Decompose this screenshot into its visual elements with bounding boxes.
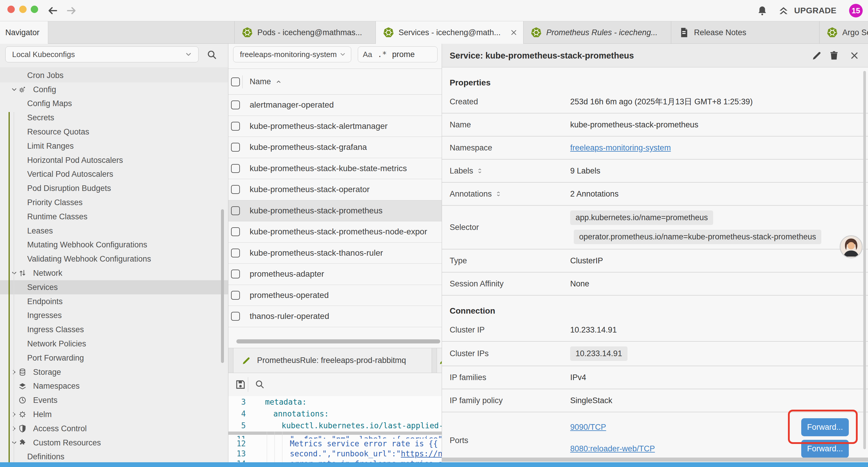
row-checkbox[interactable] xyxy=(231,100,240,109)
regex-toggle[interactable]: .* xyxy=(378,50,387,59)
sidebar-item-runtime-classes[interactable]: Runtime Classes xyxy=(0,209,228,224)
forward-button[interactable]: Forward... xyxy=(801,418,849,436)
sidebar-item-custom-resources[interactable]: Custom Resources xyxy=(0,436,228,450)
resource-search-input[interactable] xyxy=(392,50,430,59)
sidebar-item-resource-quotas[interactable]: Resource Quotas xyxy=(0,125,228,139)
notifications-bell-icon[interactable] xyxy=(756,5,768,16)
port-link[interactable]: 9090/TCP xyxy=(570,423,606,432)
traffic-light-minimize[interactable] xyxy=(19,6,27,13)
kubeconfig-select[interactable]: Local Kubeconfigs xyxy=(5,47,198,62)
table-hscrollbar[interactable] xyxy=(236,339,440,344)
sidebar-item-cron-jobs[interactable]: Cron Jobs xyxy=(0,68,228,83)
tab-prometheus[interactable]: Prometheus Rules - icecheng... xyxy=(523,21,671,44)
row-checkbox[interactable] xyxy=(231,185,240,194)
sidebar-item-network[interactable]: Network xyxy=(0,266,228,280)
sidebar-scrollbar[interactable] xyxy=(221,209,224,363)
table-row[interactable]: kube-prometheus-stack-prometheus xyxy=(228,200,442,222)
sidebar-item-storage[interactable]: Storage xyxy=(0,365,228,379)
port-link[interactable]: 8080:reloader-web/TCP xyxy=(570,444,655,454)
row-checkbox[interactable] xyxy=(231,312,240,321)
sidebar-item-port-forwarding[interactable]: Port Forwarding xyxy=(0,351,228,365)
editor-tab-next-sliver[interactable] xyxy=(437,348,442,373)
sidebar-item-network-policies[interactable]: Network Policies xyxy=(0,337,228,351)
tab-services[interactable]: Services - icecheng@math... xyxy=(375,21,523,44)
yaml-editor[interactable]: 3metadata:4annotations:5kubectl.kubernet… xyxy=(228,396,442,467)
table-row[interactable]: kube-prometheus-stack-grafana xyxy=(228,137,442,158)
sidebar-item-definitions[interactable]: Definitions xyxy=(0,450,228,464)
sidebar-item-mutating-webhook-configurations[interactable]: Mutating Webhook Configurations xyxy=(0,238,228,252)
chevron-down-icon[interactable] xyxy=(11,269,18,276)
sidebar-item-config-maps[interactable]: Config Maps xyxy=(0,97,228,111)
sidebar-item-events[interactable]: Events xyxy=(0,393,228,407)
sidebar-item-leases[interactable]: Leases xyxy=(0,224,228,238)
resource-search-box[interactable]: Aa .* xyxy=(358,47,438,62)
sort-updown-icon[interactable] xyxy=(476,167,483,174)
back-button[interactable] xyxy=(47,5,59,17)
row-checkbox[interactable] xyxy=(231,269,240,279)
chevron-down-icon[interactable] xyxy=(11,86,18,93)
table-row[interactable]: kube-prometheus-stack-thanos-ruler xyxy=(228,243,442,264)
chevron-right-icon[interactable] xyxy=(11,411,18,418)
sidebar-item-access-control[interactable]: Access Control xyxy=(0,421,228,436)
row-checkbox[interactable] xyxy=(231,227,240,236)
table-row[interactable]: kube-prometheus-stack-operator xyxy=(228,179,442,200)
tab-release[interactable]: Release Notes xyxy=(671,21,819,44)
namespace-filter-select[interactable]: freeleaps-monitoring-system xyxy=(233,47,351,62)
row-checkbox[interactable] xyxy=(231,164,240,173)
sidebar-item-namespaces[interactable]: Namespaces xyxy=(0,379,228,393)
namespace-link[interactable]: freeleaps-monitoring-system xyxy=(570,143,671,152)
editor-search-icon[interactable] xyxy=(254,379,266,390)
table-row[interactable]: prometheus-operated xyxy=(228,285,442,306)
sidebar-item-secrets[interactable]: Secrets xyxy=(0,111,228,125)
sort-updown-icon[interactable] xyxy=(495,191,502,198)
table-row[interactable]: kube-prometheus-stack-prometheus-node-ex… xyxy=(228,222,442,243)
save-icon[interactable] xyxy=(235,379,246,390)
row-checkbox[interactable] xyxy=(231,249,240,258)
sidebar-item-helm[interactable]: Helm xyxy=(0,407,228,421)
table-row[interactable]: kube-prometheus-stack-kube-state-metrics xyxy=(228,158,442,179)
sidebar-item-horizontal-pod-autoscalers[interactable]: Horizontal Pod Autoscalers xyxy=(0,153,228,167)
sidebar-item-vertical-pod-autoscalers[interactable]: Vertical Pod Autoscalers xyxy=(0,167,228,181)
tab-argo[interactable]: Argo Se xyxy=(819,21,868,44)
row-checkbox[interactable] xyxy=(231,206,240,215)
table-row[interactable]: prometheus-adapter xyxy=(228,264,442,285)
sidebar-item-services[interactable]: Services xyxy=(0,280,228,294)
sidebar-item-ingresses[interactable]: Ingresses xyxy=(0,309,228,323)
property-value[interactable]: freeleaps-monitoring-system xyxy=(570,143,671,152)
forward-button[interactable] xyxy=(66,5,78,17)
tab-close-icon[interactable] xyxy=(509,28,518,37)
close-icon[interactable] xyxy=(849,50,860,61)
forward-button[interactable]: Forward... xyxy=(801,440,849,458)
delete-trash-icon[interactable] xyxy=(829,50,839,61)
editor-tab-prometheusrule[interactable]: PrometheusRule: freeleaps-prod-rabbitmq xyxy=(233,348,432,373)
chevron-down-icon[interactable] xyxy=(11,439,18,446)
code-link[interactable]: https://net xyxy=(401,449,442,458)
select-all-checkbox[interactable] xyxy=(231,78,240,86)
tab-pods[interactable]: Pods - icecheng@mathmas... xyxy=(234,21,375,44)
row-checkbox[interactable] xyxy=(231,122,240,130)
editor-hscrollbar[interactable] xyxy=(228,432,442,435)
detail-vscrollbar[interactable] xyxy=(863,71,866,449)
sidebar-item-config[interactable]: Config xyxy=(0,83,228,97)
row-checkbox[interactable] xyxy=(231,143,240,152)
chevron-right-icon[interactable] xyxy=(11,425,18,432)
sidebar-item-endpoints[interactable]: Endpoints xyxy=(0,294,228,309)
row-checkbox[interactable] xyxy=(231,291,240,300)
notification-badge[interactable]: 15 xyxy=(849,4,863,18)
column-header-name[interactable]: Name xyxy=(250,77,282,86)
assistant-avatar[interactable] xyxy=(840,235,863,258)
chevron-right-icon[interactable] xyxy=(11,369,18,376)
table-row[interactable]: thanos-ruler-operated xyxy=(228,306,442,327)
sidebar-item-pod-disruption-budgets[interactable]: Pod Disruption Budgets xyxy=(0,181,228,195)
detail-hscrollbar[interactable] xyxy=(442,458,868,462)
sidebar-item-validating-webhook-configurations[interactable]: Validating Webhook Configurations xyxy=(0,252,228,266)
sidebar-item-ingress-classes[interactable]: Ingress Classes xyxy=(0,322,228,337)
match-case-toggle[interactable]: Aa xyxy=(363,50,372,59)
tab-navigator[interactable]: Navigator xyxy=(0,21,48,44)
traffic-light-zoom[interactable] xyxy=(31,6,38,13)
upgrade-button[interactable]: UPGRADE xyxy=(778,0,837,21)
sidebar-search-icon[interactable] xyxy=(206,49,217,60)
sidebar-item-priority-classes[interactable]: Priority Classes xyxy=(0,195,228,209)
table-row[interactable]: kube-prometheus-stack-alertmanager xyxy=(228,116,442,137)
edit-pencil-icon[interactable] xyxy=(812,50,822,61)
